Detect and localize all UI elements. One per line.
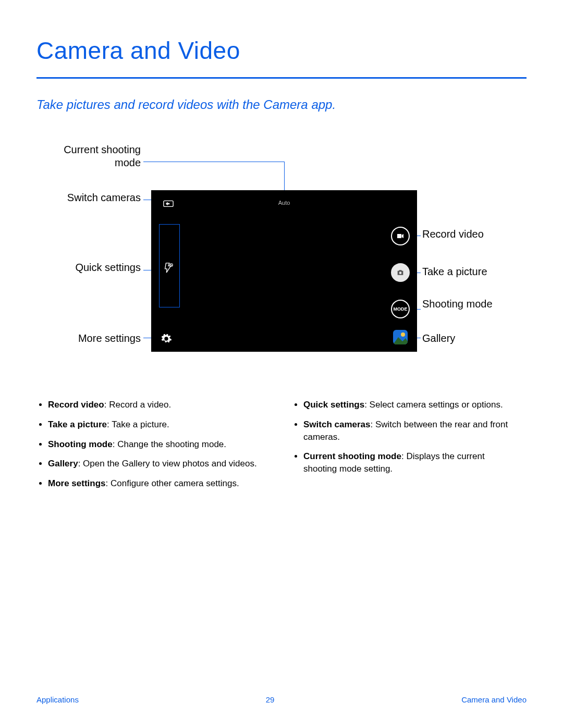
- gallery-thumbnail: [393, 330, 408, 344]
- label-current-shooting-mode: Current shooting mode: [36, 143, 141, 169]
- label-quick-settings: Quick settings: [36, 261, 141, 274]
- svg-point-3: [399, 272, 402, 274]
- bullet-list-right: Quick settings: Select camera settings o…: [292, 399, 516, 497]
- label-switch-cameras: Switch cameras: [36, 191, 141, 204]
- page-number: 29: [266, 695, 275, 704]
- page-title: Camera and Video: [36, 36, 527, 65]
- label-record-video: Record video: [422, 228, 527, 241]
- list-item: More settings: Configure other camera se…: [48, 477, 261, 490]
- list-item: Take a picture: Take a picture.: [48, 418, 261, 431]
- list-item: Current shooting mode: Displays the curr…: [303, 450, 516, 475]
- take-picture-button: [391, 263, 410, 282]
- label-shooting-mode: Shooting mode: [422, 298, 527, 311]
- camera-diagram: Current shooting mode Switch cameras Qui…: [36, 143, 527, 362]
- svg-point-5: [401, 332, 405, 337]
- bullet-list-left: Record video: Record a video. Take a pic…: [36, 399, 261, 497]
- footer-section-right: Camera and Video: [461, 695, 527, 704]
- camera-screenshot: Auto MODE: [151, 190, 417, 352]
- leader-line: [143, 162, 284, 162]
- list-item: Shooting mode: Change the shooting mode.: [48, 438, 261, 451]
- mode-button: MODE: [391, 300, 410, 318]
- list-item: Quick settings: Select camera settings o…: [303, 399, 516, 411]
- list-item: Gallery: Open the Gallery to view photos…: [48, 458, 261, 470]
- current-mode-text: Auto: [278, 200, 290, 206]
- label-more-settings: More settings: [36, 332, 141, 345]
- record-video-button: [391, 227, 410, 245]
- page-subtitle: Take pictures and record videos with the…: [36, 97, 527, 112]
- list-item: Record video: Record a video.: [48, 399, 261, 411]
- label-take-picture: Take a picture: [422, 265, 527, 278]
- flash-icon: [163, 262, 174, 274]
- label-gallery: Gallery: [422, 332, 527, 345]
- page-footer: Applications 29 Camera and Video: [36, 695, 527, 704]
- title-rule: [36, 77, 527, 79]
- list-item: Switch cameras: Switch between the rear …: [303, 418, 516, 443]
- switch-camera-icon: [163, 199, 174, 208]
- gear-icon: [161, 333, 172, 344]
- footer-section-left: Applications: [36, 695, 79, 704]
- bullet-columns: Record video: Record a video. Take a pic…: [36, 399, 527, 497]
